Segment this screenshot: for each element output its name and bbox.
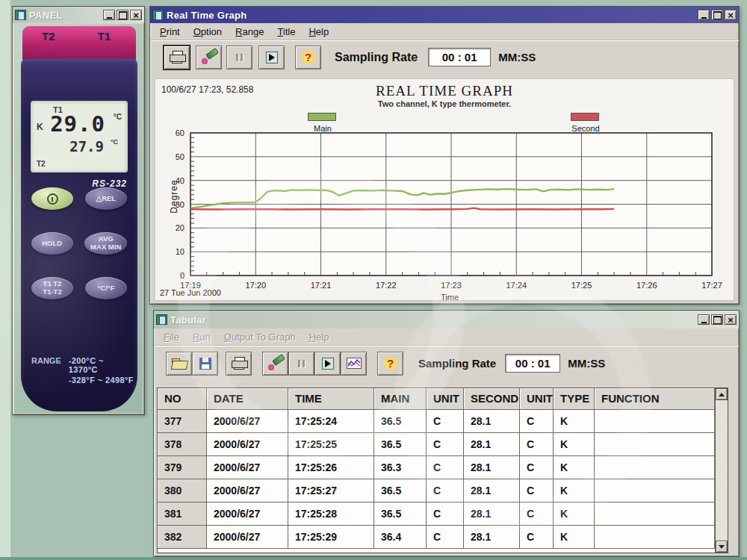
y-tick-label: 40: [176, 176, 185, 185]
column-header-second[interactable]: SECOND: [464, 388, 520, 410]
sampling-rate-input[interactable]: 00 : 01: [505, 354, 560, 373]
menu-help[interactable]: Help: [302, 25, 335, 39]
probe-t1-label: T1: [97, 30, 111, 43]
panel-titlebar: PANEL: [13, 7, 144, 23]
device-button-row-1: △REL: [25, 187, 133, 210]
minimize-button[interactable]: [698, 314, 710, 325]
column-header-function[interactable]: FUNCTION: [595, 388, 715, 410]
column-header-type[interactable]: TYPE: [554, 388, 595, 410]
lcd-main-unit: °C: [114, 113, 122, 121]
minimize-button[interactable]: [103, 10, 115, 20]
device-button-row-2: HOLD AVG MAX MIN: [25, 232, 133, 255]
help-button[interactable]: [377, 352, 403, 376]
menu-help[interactable]: Help: [303, 330, 336, 344]
close-button[interactable]: [725, 10, 737, 20]
t1-t2-button: T1 T2 T1-T2: [31, 277, 73, 299]
menu-title[interactable]: Title: [270, 25, 302, 39]
run-button[interactable]: [258, 46, 285, 69]
menu-file[interactable]: File: [157, 330, 186, 344]
graph-toolbar: Sampling Rate 00 : 01 MM:SS: [150, 40, 739, 73]
second-series-swatch: [571, 113, 599, 121]
print-button[interactable]: [164, 46, 190, 69]
open-folder-icon: [172, 358, 187, 369]
column-header-unit[interactable]: UNIT: [427, 388, 464, 410]
x-tick-label: 17:20: [245, 281, 266, 290]
data-table: NODATETIMEMAINUNITSECONDUNITTYPEFUNCTION…: [157, 388, 728, 553]
save-button[interactable]: [192, 352, 218, 376]
help-button[interactable]: [295, 46, 321, 69]
cell-date: 2000/6/27: [207, 479, 288, 503]
cell-no: 379: [158, 456, 207, 479]
cell-no: 380: [158, 479, 207, 503]
desktop: PANEL T2 T1 T1 K 29.0 °C: [0, 0, 747, 560]
cell-type: K: [554, 526, 595, 549]
cell-date: 2000/6/27: [207, 526, 288, 549]
output-to-graph-button[interactable]: [341, 352, 367, 376]
pause-button[interactable]: [226, 46, 252, 69]
device-body: T1 K 29.0 °C 27.9 °C T2 RS-232 △REL H: [21, 59, 137, 411]
pause-button[interactable]: [288, 352, 314, 376]
table-row: 3782000/6/2717:25:2536.5C28.1CK: [158, 433, 715, 456]
range-celsius: -200°C ~ 1370°C: [69, 356, 134, 374]
menu-range[interactable]: Range: [229, 25, 270, 39]
cell-main: 36.3: [374, 456, 427, 479]
lcd-second-temperature: 27.9: [69, 138, 104, 155]
sampling-rate-input[interactable]: 00 : 01: [428, 48, 491, 66]
close-button[interactable]: [130, 10, 142, 20]
lcd-display: T1 K 29.0 °C 27.9 °C T2: [31, 101, 128, 172]
x-tick-label: 17:26: [636, 281, 657, 290]
menu-run[interactable]: Run: [186, 330, 217, 344]
menu-option[interactable]: Option: [187, 25, 229, 39]
table-row: 3812000/6/2717:25:2836.5C28.1CK: [158, 503, 715, 526]
cell-unit: C: [520, 503, 554, 526]
cell-unit: C: [520, 410, 554, 433]
tabular-window: Tabular FileRunOutput To GraphHelp Sampl…: [153, 310, 740, 557]
maximize-button[interactable]: [711, 314, 723, 325]
cell-second: 28.1: [464, 433, 520, 456]
question-mark-icon: [302, 51, 315, 64]
cell-type: K: [554, 433, 595, 456]
column-header-no[interactable]: NO: [158, 388, 207, 410]
column-header-unit[interactable]: UNIT: [520, 388, 554, 410]
question-mark-icon: [384, 357, 397, 370]
y-tick-label: 60: [176, 128, 185, 137]
probe-connector-cap: T2 T1: [22, 26, 136, 60]
table-row: 3802000/6/2717:25:2736.5C28.1CK: [158, 479, 715, 503]
menu-output-to-graph[interactable]: Output To Graph: [217, 330, 303, 344]
cell-second: 28.1: [464, 410, 520, 433]
print-button[interactable]: [226, 352, 252, 376]
maximize-button[interactable]: [117, 10, 128, 20]
column-header-main[interactable]: MAIN: [374, 388, 427, 410]
graph-window-title: Real Time Graph: [167, 10, 695, 21]
open-button[interactable]: [166, 352, 192, 376]
device-range-text: RANGE -200°C ~ 1370°C -328°F ~ 2498°F: [31, 356, 134, 385]
lcd-second-unit: °C: [111, 138, 118, 146]
table-scrollbar[interactable]: [715, 388, 728, 553]
cell-time: 17:25:29: [288, 526, 374, 549]
app-icon: [152, 10, 164, 20]
lcd-main-temperature: 29.0: [50, 111, 105, 137]
scroll-down-button[interactable]: [716, 541, 728, 553]
clear-button[interactable]: [196, 46, 222, 69]
panel-window: PANEL T2 T1 T1 K 29.0 °C: [12, 6, 145, 415]
cell-unit: C: [520, 526, 554, 549]
minimize-button[interactable]: [698, 10, 710, 20]
cell-no: 378: [158, 433, 207, 456]
cell-time: 17:25:27: [288, 479, 374, 503]
cell-unit: C: [427, 433, 464, 456]
cell-unit: C: [427, 503, 464, 526]
sampling-rate-label: Sampling Rate: [418, 357, 496, 370]
menu-print[interactable]: Print: [153, 25, 187, 39]
scroll-up-button[interactable]: [716, 388, 728, 400]
column-header-time[interactable]: TIME: [288, 388, 374, 410]
play-icon: [322, 358, 334, 370]
y-tick-label: 30: [176, 200, 185, 209]
clear-button[interactable]: [262, 352, 288, 376]
column-header-date[interactable]: DATE: [207, 388, 288, 410]
lcd-t2-label: T2: [37, 160, 46, 168]
cell-function: [595, 503, 715, 526]
maximize-button[interactable]: [711, 10, 723, 20]
graph-window: Real Time Graph PrintOptionRangeTitleHel…: [149, 6, 740, 305]
close-button[interactable]: [725, 314, 737, 325]
run-button[interactable]: [314, 352, 341, 376]
